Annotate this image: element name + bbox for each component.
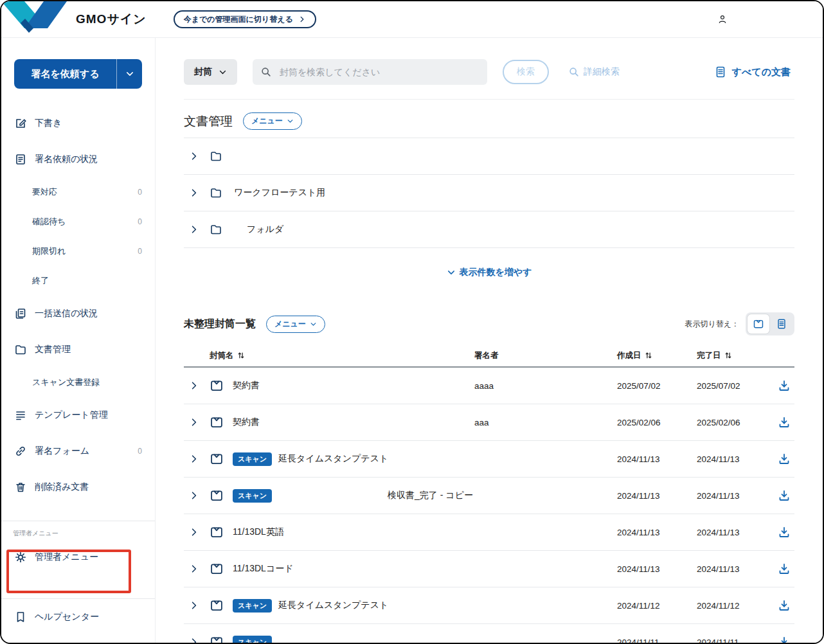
download-button[interactable]: [766, 452, 794, 466]
envelopes-menu-pill[interactable]: メニュー: [266, 316, 325, 333]
column-label: 完了日: [697, 350, 721, 361]
chevron-right-icon[interactable]: [189, 454, 199, 464]
search-box: [253, 59, 487, 85]
user-icon: [717, 12, 728, 26]
envelope-name: 契約書: [233, 380, 260, 391]
chevron-right-icon[interactable]: [189, 600, 199, 611]
document-menu-pill[interactable]: メニュー: [243, 112, 302, 130]
envelope-icon: [210, 635, 224, 643]
sidebar-subitem-label: 期限切れ: [32, 246, 66, 257]
chevron-right-icon[interactable]: [189, 527, 199, 537]
folder-icon: [210, 150, 222, 163]
show-more-label: 表示件数を増やす: [460, 267, 532, 278]
envelope-row[interactable]: スキャン 延長タイムスタンプテスト 2024/11/13 2024/11/13: [184, 441, 794, 478]
chevron-down-icon: [125, 69, 134, 78]
request-signature-button[interactable]: 署名を依頼する: [14, 59, 116, 89]
view-toggle-envelope-button[interactable]: [748, 314, 769, 334]
envelope-table: 封筒名 署名者 作成日 完了日: [184, 344, 794, 643]
folder-name: フォルダ: [247, 224, 283, 235]
chevron-right-icon[interactable]: [189, 637, 199, 643]
sidebar-subitem-scan-document-register[interactable]: スキャン文書登録: [1, 368, 155, 397]
chevron-right-icon[interactable]: [189, 417, 199, 427]
column-label: 作成日: [617, 350, 641, 361]
view-toggle-list-button[interactable]: [771, 314, 793, 334]
search-button[interactable]: 検索: [503, 60, 549, 84]
search-toolbar: 封筒 検索 詳細検索 すべての文書: [184, 37, 794, 85]
envelope-created-date: 2025/07/02: [617, 381, 697, 391]
switch-admin-view-button[interactable]: 今までの管理画面に切り替える: [174, 10, 316, 28]
sidebar-item-deleted-documents[interactable]: 削除済み文書: [1, 469, 155, 505]
download-button[interactable]: [766, 598, 794, 613]
envelope-name: 検収書_完了 - コピー: [388, 490, 473, 501]
sidebar-item-label: ヘルプセンター: [35, 611, 99, 623]
folder-row[interactable]: ワークフローテスト用: [184, 174, 794, 211]
envelope-row[interactable]: 契約書 aaaa 2025/07/02 2025/07/02: [184, 368, 794, 404]
chevron-right-icon[interactable]: [189, 380, 199, 391]
chevron-right-icon[interactable]: [189, 490, 199, 501]
sidebar-item-document-management[interactable]: 文書管理: [1, 332, 155, 368]
scan-badge: スキャン: [233, 489, 272, 503]
chevron-right-icon[interactable]: [189, 564, 199, 574]
chevron-right-icon[interactable]: [189, 151, 199, 161]
envelope-row[interactable]: 11/13DLコード 2024/11/13 2024/11/13: [184, 551, 794, 587]
sidebar-item-template-management[interactable]: テンプレート管理: [1, 397, 155, 433]
column-header-name[interactable]: 封筒名: [184, 350, 474, 361]
sidebar-subitem-action-required[interactable]: 要対応 0: [1, 177, 155, 207]
download-button[interactable]: [766, 379, 794, 393]
show-more-button[interactable]: 表示件数を増やす: [443, 266, 536, 279]
sidebar-item-help-center[interactable]: ヘルプセンター: [1, 599, 155, 635]
download-button[interactable]: [766, 525, 794, 539]
download-button[interactable]: [766, 488, 794, 503]
request-signature-dropdown-button[interactable]: [116, 59, 142, 89]
main-content: 封筒 検索 詳細検索 すべての文書 文書管理 メニュー: [156, 37, 823, 643]
sidebar-subitem-waiting-confirmation[interactable]: 確認待ち 0: [1, 207, 155, 237]
sidebar-item-label: 文書管理: [35, 344, 71, 355]
sort-icon[interactable]: [724, 351, 733, 360]
section-title: 文書管理: [184, 113, 233, 130]
download-icon: [778, 379, 791, 392]
menu-pill-label: メニュー: [251, 116, 283, 127]
envelope-row[interactable]: 契約書 aaa 2025/02/06 2025/02/06: [184, 404, 794, 441]
sidebar-item-label: 署名依頼の状況: [35, 154, 98, 165]
envelope-row[interactable]: スキャン 検収書_完了 - コピー 2024/11/13 2024/11/13: [184, 478, 794, 514]
link-icon: [14, 445, 27, 458]
chevron-right-icon[interactable]: [189, 224, 199, 235]
sidebar-item-signature-requests[interactable]: 署名依頼の状況: [1, 141, 155, 177]
list-document-icon: [776, 318, 787, 330]
all-documents-link[interactable]: すべての文書: [710, 65, 794, 79]
sidebar-subitem-expired[interactable]: 期限切れ 0: [1, 237, 155, 266]
signature-document-icon: [14, 153, 27, 166]
advanced-search-label: 詳細検索: [584, 66, 620, 78]
folder-list: ワークフローテスト用 フォルダ: [184, 138, 794, 248]
envelope-row[interactable]: スキャン 2024/11/11 2024/11/11: [184, 624, 794, 643]
advanced-search-button[interactable]: 詳細検索: [564, 66, 623, 78]
sidebar-subitem-finished[interactable]: 終了: [1, 266, 155, 296]
sidebar-item-bulk-send-status[interactable]: 一括送信の状況: [1, 296, 155, 332]
envelope-row[interactable]: スキャン 延長タイムスタンプテスト 2024/11/12 2024/11/12: [184, 587, 794, 624]
sidebar-item-admin-menu[interactable]: 管理者メニュー: [1, 539, 155, 575]
envelope-icon: [210, 379, 224, 393]
menu-pill-label: メニュー: [274, 319, 306, 330]
sort-icon[interactable]: [644, 351, 653, 360]
sort-icon[interactable]: [237, 351, 246, 360]
brand-title: GMOサイン: [76, 11, 147, 28]
folder-row[interactable]: フォルダ: [184, 211, 794, 248]
envelope-row[interactable]: 11/13DL英語 2024/11/13 2024/11/13: [184, 514, 794, 551]
column-header-completed[interactable]: 完了日: [697, 350, 766, 361]
folder-row[interactable]: [184, 138, 794, 174]
scan-badge: スキャン: [233, 599, 272, 613]
column-header-created[interactable]: 作成日: [617, 350, 697, 361]
download-button[interactable]: [766, 562, 794, 576]
sidebar-item-drafts[interactable]: 下書き: [1, 105, 155, 141]
search-input[interactable]: [278, 66, 479, 78]
download-button[interactable]: [766, 415, 794, 429]
chevron-right-icon[interactable]: [189, 188, 199, 198]
envelope-completed-date: 2024/11/13: [697, 528, 766, 537]
envelope-created-date: 2024/11/13: [617, 491, 697, 501]
sidebar-item-signature-form[interactable]: 署名フォーム 0: [1, 433, 155, 469]
folder-name: ワークフローテスト用: [234, 187, 325, 199]
count-badge: 0: [138, 247, 142, 256]
account-button[interactable]: [713, 10, 731, 28]
download-button[interactable]: [766, 635, 794, 643]
search-scope-dropdown[interactable]: 封筒: [184, 59, 237, 85]
